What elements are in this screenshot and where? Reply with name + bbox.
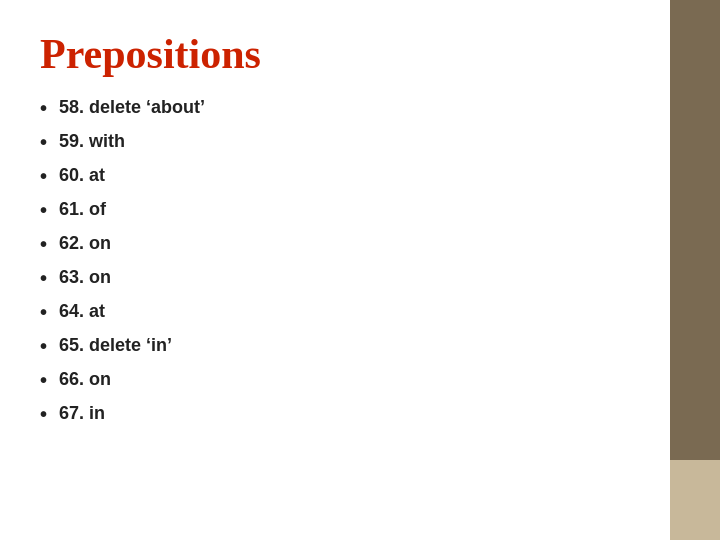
bullet-text: 67. in [59,402,105,425]
bullet-text: 63. on [59,266,111,289]
list-item: •67. in [40,402,630,426]
list-item: •59. with [40,130,630,154]
list-item: •63. on [40,266,630,290]
bullet-text: 66. on [59,368,111,391]
bullet-icon: • [40,368,47,392]
slide-container: Prepositions •58. delete ‘about’•59. wit… [0,0,720,540]
bullet-text: 64. at [59,300,105,323]
bullet-icon: • [40,402,47,426]
bullet-text: 62. on [59,232,111,255]
bullet-icon: • [40,334,47,358]
bullet-icon: • [40,96,47,120]
list-item: •65. delete ‘in’ [40,334,630,358]
sidebar-bottom [670,460,720,540]
list-item: •66. on [40,368,630,392]
bullet-icon: • [40,198,47,222]
list-item: •62. on [40,232,630,256]
bullet-text: 60. at [59,164,105,187]
list-item: •61. of [40,198,630,222]
list-item: •58. delete ‘about’ [40,96,630,120]
list-item: •60. at [40,164,630,188]
sidebar-top [670,0,720,460]
page-title: Prepositions [40,30,630,78]
bullet-icon: • [40,300,47,324]
main-content: Prepositions •58. delete ‘about’•59. wit… [0,0,670,540]
bullet-text: 58. delete ‘about’ [59,96,205,119]
right-sidebar [670,0,720,540]
bullet-icon: • [40,232,47,256]
bullet-icon: • [40,266,47,290]
bullet-text: 61. of [59,198,106,221]
bullet-text: 65. delete ‘in’ [59,334,172,357]
bullet-list: •58. delete ‘about’•59. with•60. at•61. … [40,96,630,426]
bullet-icon: • [40,164,47,188]
list-item: •64. at [40,300,630,324]
bullet-text: 59. with [59,130,125,153]
bullet-icon: • [40,130,47,154]
